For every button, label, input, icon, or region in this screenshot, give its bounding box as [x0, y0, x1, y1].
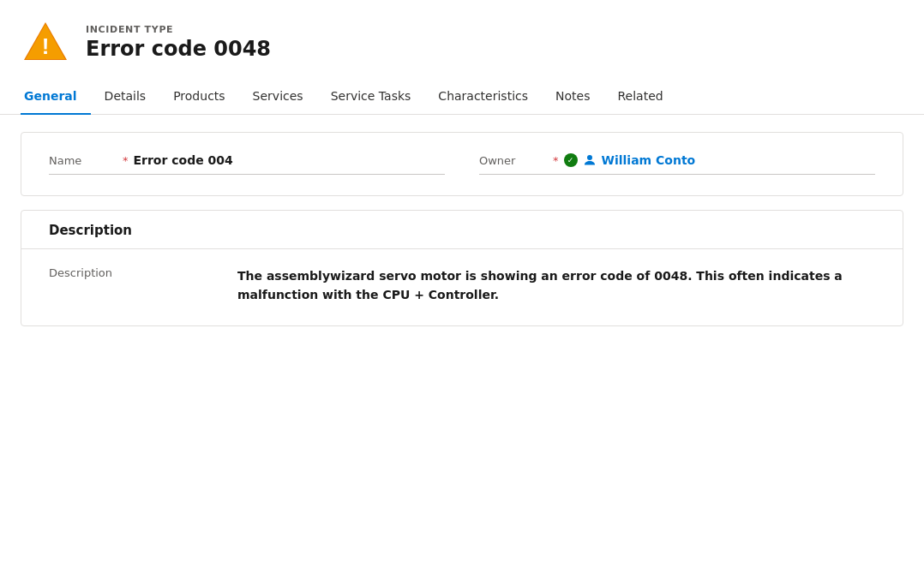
incident-type-icon: ! — [21, 17, 70, 67]
tab-service-tasks[interactable]: Service Tasks — [317, 81, 425, 115]
incident-title: Error code 0048 — [86, 37, 271, 61]
svg-text:!: ! — [42, 33, 50, 59]
owner-value: William Conto — [602, 153, 696, 167]
incident-type-label: INCIDENT TYPE — [86, 24, 271, 35]
tab-products[interactable]: Products — [159, 81, 238, 115]
owner-status-icons — [564, 153, 597, 167]
tab-services[interactable]: Services — [239, 81, 317, 115]
owner-field[interactable]: Owner * William Conto — [479, 153, 875, 175]
name-field[interactable]: Name * Error code 004 — [49, 153, 445, 175]
owner-person-icon — [583, 153, 597, 167]
name-value: Error code 004 — [134, 153, 446, 167]
page-header: ! INCIDENT TYPE Error code 0048 — [0, 0, 924, 81]
description-label: Description — [49, 266, 237, 305]
owner-status-dot — [564, 153, 578, 167]
form-card: Name * Error code 004 Owner * William Co… — [21, 132, 903, 196]
form-row: Name * Error code 004 Owner * William Co… — [49, 153, 875, 175]
name-label: Name — [49, 154, 117, 167]
tab-general[interactable]: General — [21, 81, 91, 115]
header-text-group: INCIDENT TYPE Error code 0048 — [86, 24, 271, 61]
name-required-marker: * — [123, 154, 129, 167]
tab-characteristics[interactable]: Characteristics — [424, 81, 542, 115]
navigation-tabs: General Details Products Services Servic… — [0, 81, 924, 115]
description-card: Description Description The assemblywiza… — [21, 210, 903, 326]
owner-required-marker: * — [553, 154, 559, 167]
tab-notes[interactable]: Notes — [542, 81, 603, 115]
tab-details[interactable]: Details — [91, 81, 160, 115]
owner-label: Owner — [479, 154, 548, 167]
main-content: Name * Error code 004 Owner * William Co… — [0, 115, 924, 343]
description-text: The assemblywizard servo motor is showin… — [237, 266, 875, 305]
description-section-title: Description — [21, 211, 903, 249]
description-body: Description The assemblywizard servo mot… — [21, 249, 903, 325]
tab-related[interactable]: Related — [603, 81, 676, 115]
